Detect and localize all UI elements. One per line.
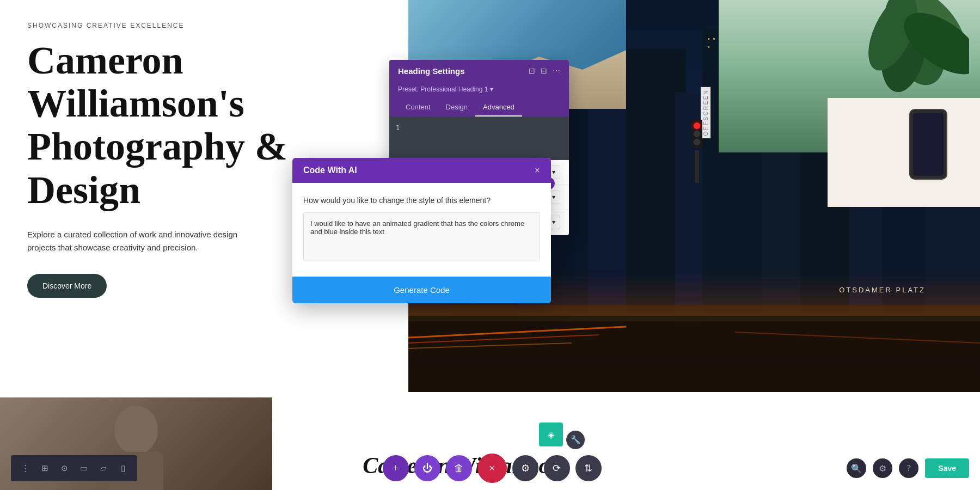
modal-textarea[interactable]: I would like to have an animated gradien…	[303, 212, 540, 261]
code-line-1: 1	[396, 123, 562, 133]
settings-icon-btn[interactable]: ⚙	[873, 458, 892, 478]
toolbar-right: 🔍 ⚙ ? Save	[847, 458, 969, 478]
history-icon: ⟳	[553, 462, 561, 474]
panel-icon-split[interactable]: ⊟	[541, 66, 547, 76]
potsdamer-sign: OTSDAMER PLATZ	[839, 286, 926, 294]
layout-button[interactable]: ⇅	[575, 455, 602, 481]
light-yellow	[694, 131, 700, 137]
preset-label[interactable]: Preset: Professional Heading 1 ▾	[398, 85, 560, 93]
modal-question: How would you like to change the style o…	[303, 196, 540, 205]
svg-rect-28	[708, 46, 709, 48]
plus-icon: +	[393, 463, 399, 474]
generate-code-button[interactable]: Generate Code	[292, 277, 551, 303]
close-element-button[interactable]: ×	[477, 454, 507, 483]
wrench-icon: 🔧	[571, 435, 581, 445]
desk-items	[828, 98, 980, 207]
code-ai-modal: Code With AI × How would you like to cha…	[292, 158, 551, 303]
modal-body: How would you like to change the style o…	[292, 183, 551, 277]
discover-more-button[interactable]: Discover More	[27, 274, 107, 298]
teal-icon: ◈	[548, 430, 554, 440]
panel-code-area: 1	[389, 117, 569, 160]
power-button[interactable]: ⏻	[414, 455, 440, 481]
tab-design[interactable]: Design	[438, 99, 475, 117]
panel-header: Heading Settings ⊡ ⊟ ⋯	[389, 60, 569, 82]
showcasing-label: SHOWCASING CREATIVE EXCELLENCE	[27, 22, 387, 29]
settings-icon: ⚙	[879, 463, 886, 474]
panel-icon-more[interactable]: ⋯	[553, 66, 560, 76]
phone-screen	[913, 113, 944, 176]
light-red	[694, 122, 700, 129]
close-icon: ×	[488, 461, 495, 475]
modal-header: Code With AI ×	[292, 158, 551, 183]
preset-label-text: Preset: Professional Heading 1	[398, 85, 488, 93]
toolbar-left: ⋮ ⊞ ⊙ ▭ ▱ ▯	[11, 455, 137, 481]
toolbar-mobile-btn[interactable]: ▯	[115, 461, 131, 476]
dropdown-chevron-1: ▾	[552, 168, 555, 176]
power-icon: ⏻	[422, 463, 432, 474]
traffic-light	[691, 120, 702, 183]
toolbar-desktop-btn[interactable]: ▭	[76, 461, 91, 476]
svg-rect-35	[408, 316, 980, 392]
tab-advanced[interactable]: Advanced	[475, 99, 522, 117]
trash-icon: 🗑	[454, 463, 464, 474]
dropdown-chevron-2: ▾	[552, 193, 555, 201]
teal-corner-element: ◈	[539, 422, 563, 446]
search-icon-btn[interactable]: 🔍	[847, 458, 866, 478]
panel-preset-row: Preset: Professional Heading 1 ▾	[389, 82, 569, 99]
panel-icon-screen[interactable]: ⊡	[529, 66, 535, 76]
panel-tabs: Content Design Advanced	[389, 99, 569, 117]
dropdown-chevron-3: ▾	[552, 218, 555, 226]
toolbar-tablet-btn[interactable]: ▱	[96, 461, 111, 476]
settings-button[interactable]: ⚙	[512, 455, 538, 481]
traffic-box	[691, 120, 702, 148]
bottom-toolbar: ⋮ ⊞ ⊙ ▭ ▱ ▯ + ⏻ 🗑 × ⚙ ⟳ ⇅ 🔍	[0, 446, 980, 490]
sub-description: Explore a curated collection of work and…	[27, 228, 261, 254]
svg-rect-26	[713, 38, 715, 40]
toolbar-center: + ⏻ 🗑 × ⚙ ⟳ ⇅	[383, 454, 602, 483]
toolbar-search-btn[interactable]: ⊙	[57, 461, 72, 476]
svg-rect-25	[708, 38, 709, 40]
tab-content[interactable]: Content	[398, 99, 438, 117]
traffic-pole	[695, 150, 699, 183]
layout-icon: ⇅	[584, 462, 592, 474]
panel-header-icons: ⊡ ⊟ ⋯	[529, 66, 560, 76]
toolbar-grid-btn[interactable]: ⊞	[37, 461, 52, 476]
light-green	[694, 139, 700, 145]
delete-button[interactable]: 🗑	[446, 455, 472, 481]
add-element-button[interactable]: +	[383, 455, 409, 481]
history-button[interactable]: ⟳	[544, 455, 570, 481]
modal-close-button[interactable]: ×	[535, 166, 540, 175]
toolbar-hamburger-btn[interactable]: ⋮	[17, 461, 33, 476]
help-icon-btn[interactable]: ?	[899, 458, 918, 478]
preset-chevron-icon: ▾	[490, 85, 493, 93]
modal-title: Code With AI	[303, 166, 357, 175]
help-icon: ?	[907, 463, 911, 473]
save-button[interactable]: Save	[925, 458, 969, 478]
phone	[909, 109, 947, 180]
search-icon: 🔍	[851, 463, 862, 474]
gear-icon: ⚙	[521, 462, 530, 474]
panel-title: Heading Settings	[398, 66, 465, 76]
